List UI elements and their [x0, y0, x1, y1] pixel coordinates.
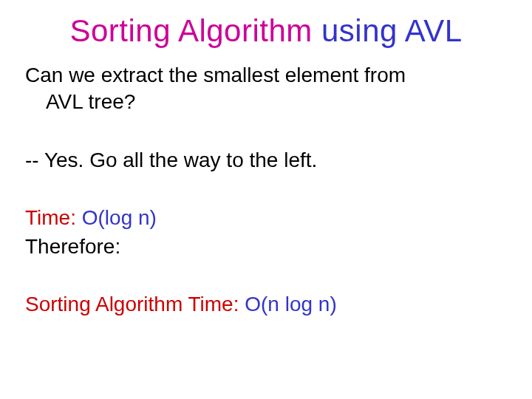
sorting-time-line: Sorting Algorithm Time: O(n log n)	[25, 291, 507, 318]
time-line: Time: O(log n)	[25, 205, 507, 231]
sorting-value: O(n log n)	[245, 293, 337, 316]
sorting-label: Sorting Algorithm Time:	[25, 293, 245, 316]
title-part2: using AVL	[321, 13, 463, 48]
time-value: O(log n)	[82, 206, 157, 229]
slide-title: Sorting Algorithm using AVL	[25, 13, 507, 49]
title-part1: Sorting Algorithm	[69, 13, 321, 48]
question-line1: Can we extract the smallest element from	[25, 62, 507, 89]
question-block: Can we extract the smallest element from…	[25, 62, 507, 116]
answer-line: -- Yes. Go all the way to the left.	[25, 147, 507, 174]
time-label: Time:	[25, 206, 82, 229]
therefore-line: Therefore:	[25, 233, 507, 260]
question-line2: AVL tree?	[25, 89, 507, 115]
